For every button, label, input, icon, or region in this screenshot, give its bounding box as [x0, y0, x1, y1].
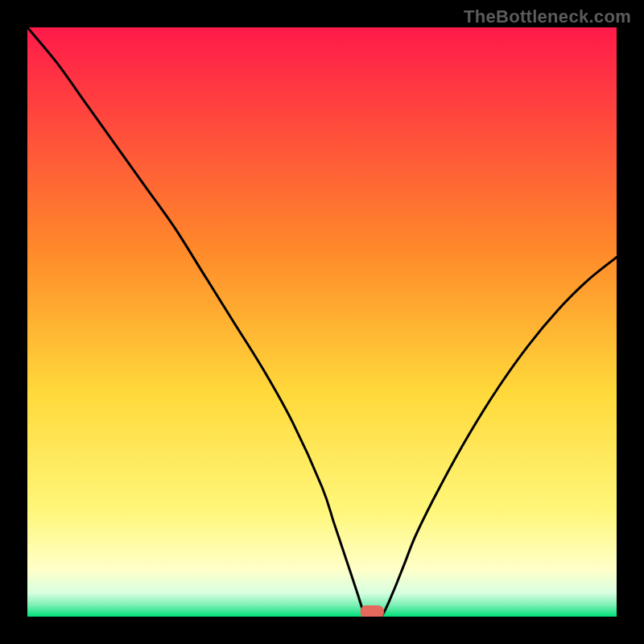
- optimal-marker: [361, 605, 384, 617]
- chart-svg: [27, 27, 617, 617]
- watermark-text: TheBottleneck.com: [464, 6, 631, 27]
- plot-area: [27, 27, 617, 617]
- chart-frame: TheBottleneck.com: [0, 0, 644, 644]
- gradient-bg: [27, 27, 617, 617]
